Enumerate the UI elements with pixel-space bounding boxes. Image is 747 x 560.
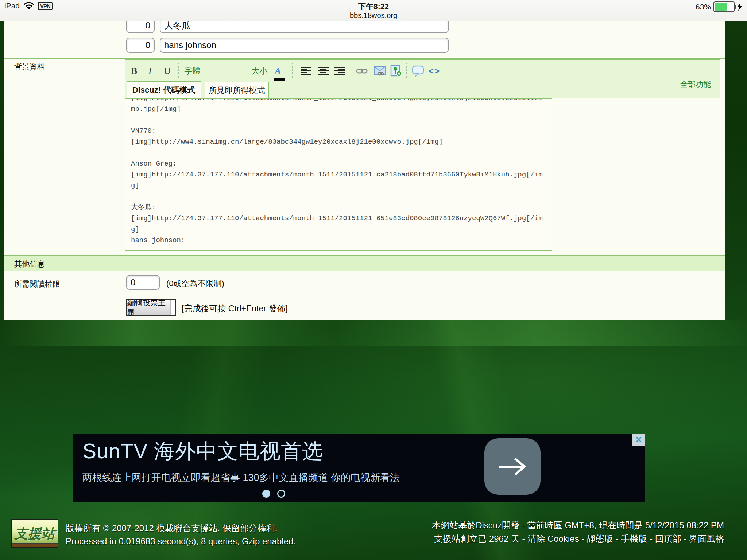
site-logo[interactable]: 支援站 — [11, 519, 58, 548]
post-edit-form: 0 大冬瓜 0 hans johnson 背景資料 B I U 字體 大小 — [4, 21, 725, 320]
column-divider — [123, 21, 123, 320]
footer-links-line: 支援站創立已 2962 天 - 清除 Cookies - 靜態版 - 手機版 -… — [432, 532, 724, 545]
logo-ground — [12, 543, 58, 547]
footer-site-info: 本網站基於Discuz開發 - 當前時區 GMT+8, 現在時間是 5/12/2… — [432, 518, 724, 545]
status-bar: 下午8:22 iPad VPN bbs.18wos.org 63% — [0, 0, 747, 21]
static-version-link[interactable]: 靜態版 — [587, 534, 613, 544]
insert-link-icon[interactable] — [356, 65, 368, 77]
toolbar-separator — [178, 63, 180, 78]
charging-bolt-icon — [737, 3, 742, 11]
row-divider — [4, 271, 725, 271]
underline-button[interactable]: U — [164, 65, 171, 77]
address-url[interactable]: bbs.18wos.org — [0, 11, 747, 20]
option-count-input-1[interactable]: 0 — [126, 21, 155, 33]
battery-percent: 63% — [696, 3, 711, 11]
toolbar-separator — [351, 63, 352, 78]
insert-quote-icon[interactable] — [412, 65, 424, 77]
arrow-right-icon — [498, 456, 527, 477]
battery-icon — [713, 1, 735, 12]
toolbar-separator — [406, 63, 408, 78]
other-info-label: 其他信息 — [14, 259, 45, 269]
battery-fill — [715, 3, 727, 11]
bbcode-content: [img]http://174.37.177.110/attachments/m… — [131, 98, 543, 246]
row-divider — [4, 58, 725, 59]
grass-background — [0, 320, 747, 346]
bold-button[interactable]: B — [131, 65, 137, 77]
message-textarea[interactable]: [img]http://174.37.177.110/attachments/m… — [125, 98, 552, 251]
size-menu-button[interactable]: 大小 — [251, 65, 267, 77]
insert-code-icon[interactable]: <> — [429, 65, 440, 77]
background-info-label: 背景資料 — [14, 62, 45, 72]
option-text-input-1[interactable]: 大冬瓜 — [160, 21, 449, 33]
align-center-icon[interactable] — [318, 65, 329, 77]
tab-wysiwyg-mode[interactable]: 所見即所得模式 — [205, 82, 269, 98]
font-color-button[interactable]: A — [275, 65, 281, 77]
ui-style-link[interactable]: 界面風格 — [689, 534, 724, 544]
carrier-label: iPad — [4, 1, 20, 10]
font-menu-button[interactable]: 字體 — [184, 65, 200, 77]
copyright-line: 版權所有 © 2007-2012 模載聯合支援站. 保留部分權利. — [66, 522, 296, 535]
carousel-dot-active[interactable] — [262, 490, 270, 498]
processed-line: Processed in 0.019683 second(s), 8 queri… — [66, 535, 296, 548]
ad-subtitle: 两根线连上网打开电视立即看超省事 130多中文直播频道 你的电视新看法 — [82, 471, 400, 484]
read-permission-input[interactable]: 0 — [126, 275, 160, 290]
all-functions-link[interactable]: 全部功能 — [680, 79, 711, 89]
wifi-icon — [23, 2, 34, 10]
insert-email-icon[interactable] — [374, 65, 386, 77]
footer-copyright: 版權所有 © 2007-2012 模載聯合支援站. 保留部分權利. Proces… — [66, 522, 296, 548]
editor-toolbar-area: B I U 字體 大小 A — [125, 59, 720, 98]
ad-close-button[interactable]: ✕ — [632, 434, 645, 446]
tab-discuz-code-mode[interactable]: Discuz! 代碼模式 — [127, 81, 201, 98]
ad-banner[interactable]: SunTV 海外中文电视首选 两根线连上网打开电视立即看超省事 130多中文直播… — [73, 434, 645, 502]
insert-image-icon[interactable] — [390, 65, 402, 77]
clock: 下午8:22 — [0, 1, 747, 12]
row-divider — [4, 295, 725, 295]
back-to-top-link[interactable]: 回頂部 — [655, 534, 681, 544]
ctrl-enter-hint: [完成後可按 Ctrl+Enter 發佈] — [182, 303, 288, 314]
screen: 下午8:22 iPad VPN bbs.18wos.org 63% — [0, 0, 747, 560]
toolbar-separator — [292, 63, 294, 78]
option-count-input-2[interactable]: 0 — [126, 38, 155, 53]
timezone-line: 本網站基於Discuz開發 - 當前時區 GMT+8, 現在時間是 5/12/2… — [432, 518, 724, 532]
carousel-dot[interactable] — [277, 490, 285, 498]
clear-cookies-link[interactable]: 清除 Cookies — [527, 534, 579, 544]
mobile-version-link[interactable]: 手機版 — [621, 534, 647, 544]
color-swatch — [274, 78, 285, 81]
read-permission-hint: (0或空為不限制) — [166, 278, 224, 289]
align-left-icon[interactable] — [301, 65, 311, 77]
option-text-input-2[interactable]: hans johnson — [160, 38, 449, 53]
vpn-badge: VPN — [38, 2, 53, 10]
other-info-section: 其他信息 — [4, 256, 725, 271]
italic-button[interactable]: I — [148, 65, 152, 77]
read-permission-label: 所需閱讀權限 — [14, 279, 60, 289]
edit-poll-submit-button[interactable]: 編輯投票主題 — [126, 299, 176, 316]
ad-title: SunTV 海外中文电视首选 — [82, 438, 323, 466]
align-right-icon[interactable] — [334, 65, 345, 77]
ad-arrow-button[interactable] — [484, 438, 541, 495]
